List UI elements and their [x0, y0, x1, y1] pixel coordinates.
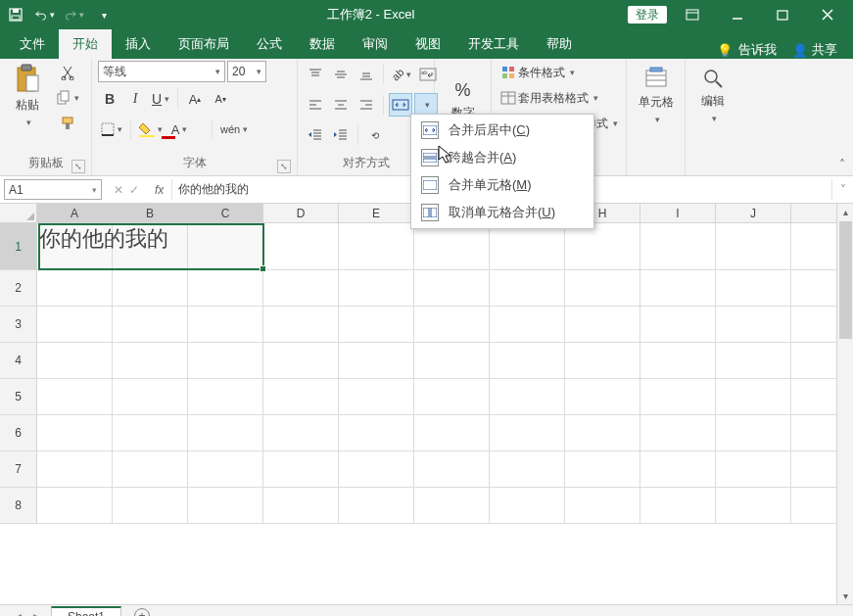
cell-G5[interactable]: [490, 379, 565, 414]
share-button[interactable]: 👤共享: [792, 41, 837, 59]
cell-I6[interactable]: [640, 415, 716, 450]
tab-review[interactable]: 审阅: [349, 29, 402, 59]
cell-E1[interactable]: [339, 223, 414, 269]
align-middle-icon[interactable]: [329, 63, 353, 86]
col-header-A[interactable]: A: [37, 204, 113, 222]
italic-button[interactable]: I: [123, 87, 147, 111]
cell-A5[interactable]: [37, 379, 113, 414]
cell-E2[interactable]: [339, 270, 414, 306]
cell-E7[interactable]: [339, 451, 414, 487]
sheet-tab-active[interactable]: Sheet1: [51, 606, 121, 617]
expand-formula-bar-icon[interactable]: ˅: [831, 179, 853, 200]
unmerge-item[interactable]: 取消单元格合并(U): [413, 199, 592, 226]
cell-F1[interactable]: [414, 223, 490, 269]
cell-J1[interactable]: [716, 223, 791, 269]
cell-A1[interactable]: [37, 223, 113, 269]
cell-J5[interactable]: [716, 379, 791, 414]
borders-button[interactable]: ▾: [98, 118, 125, 141]
enter-formula-icon[interactable]: ✓: [129, 183, 139, 197]
cell-G8[interactable]: [490, 488, 565, 523]
cell-C4[interactable]: [188, 343, 263, 378]
tab-view[interactable]: 视图: [402, 29, 454, 59]
tab-formulas[interactable]: 公式: [243, 29, 296, 59]
col-header-B[interactable]: B: [113, 204, 188, 222]
close-icon[interactable]: [808, 0, 847, 29]
cell-G6[interactable]: [490, 415, 565, 450]
cell-I4[interactable]: [640, 343, 716, 378]
row-header-7[interactable]: 7: [0, 451, 37, 487]
cell-D2[interactable]: [263, 270, 339, 306]
copy-icon[interactable]: ▾: [53, 86, 82, 110]
cell-B2[interactable]: [113, 270, 188, 306]
cells-button[interactable]: 单元格▾: [635, 61, 678, 129]
orientation-alt-icon[interactable]: ⟲: [363, 123, 387, 147]
cell-E6[interactable]: [339, 415, 414, 450]
col-header-J[interactable]: J: [716, 204, 791, 222]
maximize-icon[interactable]: [763, 0, 802, 29]
fx-icon[interactable]: fx: [147, 183, 171, 197]
increase-indent-icon[interactable]: [329, 123, 353, 147]
cell-I3[interactable]: [640, 307, 716, 342]
paste-button[interactable]: 粘贴 ▾: [6, 61, 49, 129]
cell-A4[interactable]: [37, 343, 113, 378]
cell-E4[interactable]: [339, 343, 414, 378]
cell-F3[interactable]: [414, 307, 490, 342]
cell-G4[interactable]: [490, 343, 565, 378]
merge-across-item[interactable]: 跨越合并(A): [413, 144, 592, 171]
name-box[interactable]: A1▾: [4, 179, 102, 200]
tab-home[interactable]: 开始: [59, 29, 112, 59]
tab-developer[interactable]: 开发工具: [454, 29, 533, 59]
cell-G2[interactable]: [490, 270, 565, 306]
merge-center-item[interactable]: 合并后居中(C): [413, 117, 592, 144]
row-header-3[interactable]: 3: [0, 307, 37, 342]
bold-button[interactable]: B: [98, 87, 121, 111]
col-header-E[interactable]: E: [339, 204, 414, 222]
decrease-font-icon[interactable]: A▾: [209, 87, 232, 111]
cell-C2[interactable]: [188, 270, 263, 306]
cell-B3[interactable]: [113, 307, 188, 342]
cell-H4[interactable]: [565, 343, 640, 378]
cell-D1[interactable]: [263, 223, 339, 269]
scroll-up-arrow[interactable]: ▴: [837, 204, 853, 220]
format-as-table-button[interactable]: 套用表格格式▾: [498, 86, 621, 110]
cell-A6[interactable]: [37, 415, 113, 450]
format-painter-icon[interactable]: [56, 112, 79, 135]
cell-A8[interactable]: [37, 488, 113, 523]
cell-J4[interactable]: [716, 343, 791, 378]
align-bottom-icon[interactable]: [355, 63, 378, 86]
cell-H2[interactable]: [565, 270, 640, 306]
row-header-2[interactable]: 2: [0, 270, 37, 306]
redo-icon[interactable]: ▾: [65, 5, 84, 24]
new-sheet-button[interactable]: +: [131, 605, 153, 617]
col-header-C[interactable]: C: [188, 204, 263, 222]
editing-button[interactable]: 编辑▾: [691, 61, 735, 129]
tab-file[interactable]: 文件: [6, 29, 59, 59]
cell-A2[interactable]: [37, 270, 113, 306]
merge-cells-item[interactable]: 合并单元格(M): [413, 171, 592, 199]
cell-D3[interactable]: [263, 307, 339, 342]
cell-E3[interactable]: [339, 307, 414, 342]
collapse-ribbon-icon[interactable]: ˄: [833, 156, 851, 173]
col-header-D[interactable]: D: [263, 204, 339, 222]
tab-data[interactable]: 数据: [296, 29, 349, 59]
cancel-formula-icon[interactable]: ✕: [114, 183, 123, 197]
cell-B6[interactable]: [113, 415, 188, 450]
cell-F2[interactable]: [414, 270, 490, 306]
cell-D7[interactable]: [263, 451, 339, 487]
row-header-5[interactable]: 5: [0, 379, 37, 414]
cell-C6[interactable]: [188, 415, 263, 450]
qat-customize-icon[interactable]: ▾: [94, 5, 114, 24]
cell-F6[interactable]: [414, 415, 490, 450]
font-name-combo[interactable]: 等线▾: [98, 61, 225, 82]
cell-B1[interactable]: [113, 223, 188, 269]
cell-H8[interactable]: [565, 488, 640, 523]
cell-B7[interactable]: [113, 451, 188, 487]
align-right-icon[interactable]: [355, 93, 378, 117]
cell-F7[interactable]: [414, 451, 490, 487]
ribbon-display-options-icon[interactable]: [673, 0, 712, 29]
phonetic-button[interactable]: wén▾: [217, 118, 251, 141]
tell-me[interactable]: 💡告诉我: [717, 41, 777, 59]
sheet-nav-prev[interactable]: ◂: [10, 609, 27, 617]
align-top-icon[interactable]: [304, 63, 327, 86]
conditional-formatting-button[interactable]: 条件格式▾: [498, 61, 621, 84]
